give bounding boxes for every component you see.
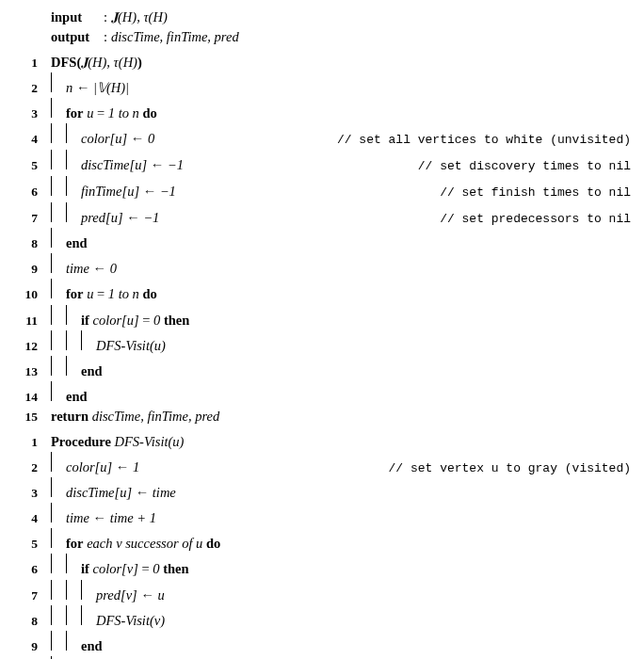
code-comment: // set discovery times to nil bbox=[412, 158, 631, 176]
line-number: 7 bbox=[17, 209, 38, 228]
line-number: 14 bbox=[17, 388, 38, 407]
code-text: end bbox=[66, 233, 88, 253]
line-number: 4 bbox=[17, 130, 38, 149]
line-number: 13 bbox=[17, 362, 38, 381]
code-line: 10for u = 1 to n do bbox=[17, 279, 631, 304]
block2: 1Procedure DFS-Visit(u)2color[u] ← 1// s… bbox=[17, 432, 631, 659]
code-text: end bbox=[66, 387, 88, 407]
code-line: 3discTime[u] ← time bbox=[17, 477, 631, 503]
code-line: 3for u = 1 to n do bbox=[17, 98, 631, 123]
code-comment: // set all vertices to white (unvisited) bbox=[331, 132, 631, 150]
line-number: 10 bbox=[17, 285, 38, 304]
code-line: 10end bbox=[17, 656, 631, 659]
code-text: color[u] ← 1 bbox=[66, 458, 139, 477]
code-line: 6if color[v] = 0 then bbox=[17, 554, 631, 579]
indent-bars bbox=[51, 228, 66, 248]
code-text: for each v successor of u do bbox=[66, 534, 220, 554]
code-text: time ← time + 1 bbox=[66, 508, 156, 528]
indent-bars bbox=[51, 356, 81, 376]
code-line: 1Procedure DFS-Visit(u) bbox=[17, 432, 631, 452]
code-text: DFS(𝐉(H), τ(H)) bbox=[51, 53, 142, 72]
line-number: 15 bbox=[17, 408, 38, 426]
code-text: pred[u] ← −1 bbox=[81, 208, 159, 228]
code-text: for u = 1 to n do bbox=[66, 284, 157, 304]
code-line: 7pred[v] ← u bbox=[17, 580, 631, 605]
code-line: 4time ← time + 1 bbox=[17, 503, 631, 528]
code-text: pred[v] ← u bbox=[96, 586, 165, 605]
indent-bars bbox=[51, 330, 96, 350]
line-number: 9 bbox=[17, 637, 38, 656]
code-line: 7pred[u] ← −1// set predecessors to nil bbox=[17, 202, 631, 229]
code-text: if color[u] = 0 then bbox=[81, 311, 189, 330]
code-text: return discTime, finTime, pred bbox=[51, 407, 219, 426]
input-line: input: 𝐉(H), τ(H) bbox=[17, 8, 631, 27]
code-text: end bbox=[81, 636, 103, 656]
output-line: output:discTime, finTime, pred bbox=[17, 27, 631, 47]
code-line: 5for each v successor of u do bbox=[17, 528, 631, 554]
block1: 1DFS(𝐉(H), τ(H))2n ← |𝕍(H)|3for u = 1 to… bbox=[17, 53, 631, 426]
line-number: 1 bbox=[17, 433, 38, 452]
indent-bars bbox=[51, 477, 66, 497]
indent-bars bbox=[51, 253, 66, 273]
code-text: color[u] ← 0 bbox=[81, 129, 154, 149]
indent-bars bbox=[51, 150, 81, 169]
code-line: 5discTime[u] ← −1// set discovery times … bbox=[17, 150, 631, 176]
code-text: Procedure DFS-Visit(u) bbox=[51, 432, 184, 452]
code-text: discTime[u] ← time bbox=[66, 483, 176, 503]
line-number: 7 bbox=[17, 587, 38, 605]
indent-bars bbox=[51, 503, 66, 522]
code-text: n ← |𝕍(H)| bbox=[66, 78, 129, 98]
code-comment: // set finish times to nil bbox=[434, 185, 631, 202]
code-line: 1DFS(𝐉(H), τ(H)) bbox=[17, 53, 631, 72]
code-line: 9time ← 0 bbox=[17, 253, 631, 279]
code-line: 8end bbox=[17, 228, 631, 253]
input-line-text: 𝐉(H), τ(H) bbox=[111, 8, 168, 27]
line-number: 1 bbox=[17, 54, 38, 72]
line-number: 2 bbox=[17, 458, 38, 477]
line-number: 9 bbox=[17, 260, 38, 279]
code-line: 2color[u] ← 1// set vertex u to gray (vi… bbox=[17, 452, 631, 478]
line-number: 11 bbox=[17, 312, 38, 330]
line-number: 5 bbox=[17, 156, 38, 175]
indent-bars bbox=[51, 279, 66, 298]
output-line-label: output bbox=[51, 27, 104, 47]
code-text: if color[v] = 0 then bbox=[81, 559, 189, 579]
output-line-text: discTime, finTime, pred bbox=[111, 27, 239, 47]
line-number: 5 bbox=[17, 535, 38, 554]
code-line: 13end bbox=[17, 356, 631, 381]
code-line: 15return discTime, finTime, pred bbox=[17, 407, 631, 426]
line-number: 8 bbox=[17, 612, 38, 631]
indent-bars bbox=[51, 656, 66, 659]
code-line: 9end bbox=[17, 631, 631, 656]
code-line: 14end bbox=[17, 381, 631, 407]
indent-bars bbox=[51, 381, 66, 401]
code-comment: // set predecessors to nil bbox=[434, 211, 631, 229]
indent-bars bbox=[51, 605, 96, 625]
indent-bars bbox=[51, 554, 81, 573]
input-line-label: input bbox=[51, 8, 104, 27]
code-line: 11if color[u] = 0 then bbox=[17, 305, 631, 330]
indent-bars bbox=[51, 580, 96, 600]
code-text: end bbox=[81, 362, 103, 381]
indent-bars bbox=[51, 72, 66, 92]
line-number: 2 bbox=[17, 79, 38, 98]
indent-bars bbox=[51, 98, 66, 118]
code-text: DFS-Visit(v) bbox=[96, 611, 165, 631]
line-number: 4 bbox=[17, 509, 38, 528]
code-text: for u = 1 to n do bbox=[66, 104, 157, 123]
line-number: 6 bbox=[17, 183, 38, 201]
code-line: 6finTime[u] ← −1// set finish times to n… bbox=[17, 176, 631, 202]
indent-bars bbox=[51, 452, 66, 472]
line-number: 8 bbox=[17, 234, 38, 253]
code-text: discTime[u] ← −1 bbox=[81, 155, 184, 175]
code-line: 4color[u] ← 0// set all vertices to whit… bbox=[17, 123, 631, 150]
line-number: 3 bbox=[17, 484, 38, 503]
code-text: time ← 0 bbox=[66, 259, 117, 279]
code-text: finTime[u] ← −1 bbox=[81, 182, 176, 201]
code-line: 8DFS-Visit(v) bbox=[17, 605, 631, 631]
indent-bars bbox=[51, 631, 81, 651]
indent-bars bbox=[51, 305, 81, 325]
code-text: DFS-Visit(u) bbox=[96, 336, 166, 356]
line-number: 12 bbox=[17, 337, 38, 356]
code-line: 2n ← |𝕍(H)| bbox=[17, 72, 631, 98]
